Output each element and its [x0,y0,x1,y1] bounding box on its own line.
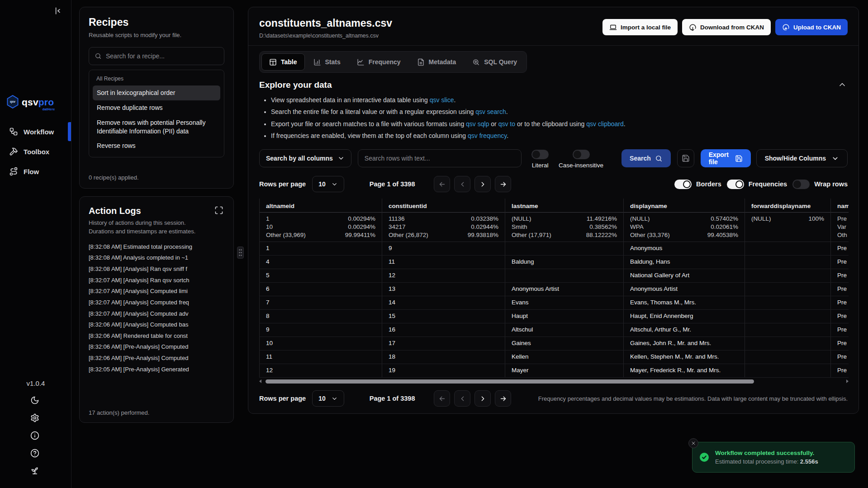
toast-message: Estimated total processing time: 2.556s [715,458,818,465]
previous-page-button[interactable] [454,176,470,192]
recipe-item-remove-duplicate-rows[interactable]: Remove duplicate rows [93,100,220,115]
table-row[interactable]: 1219MayerMayer, Frederick R., Mr. and Mr… [259,364,849,378]
first-page-button[interactable] [434,390,450,407]
previous-page-button[interactable] [454,390,470,407]
toggle-label: Case-insensitive [559,162,603,169]
page-size-select[interactable]: 10 [312,390,344,407]
search-column-selector[interactable]: Search by all columns [259,149,351,167]
table-row[interactable]: 613Anonymous ArtistAnonymous ArtistPre [259,283,849,296]
table-cell: Pre [831,283,849,296]
table-row[interactable]: 19AnonymousPre [259,242,849,256]
cell-text [745,283,830,296]
log-entry: [8:32:08 AM] Analysis completed in ~1 [89,253,224,262]
first-page-button[interactable] [434,176,450,192]
bullet-text: or to the clipboard using [515,120,586,128]
upload-to-ckan-button[interactable]: Upload to CKAN [775,19,848,35]
moon-icon[interactable] [30,396,41,407]
next-page-button[interactable] [474,390,491,407]
chevron-down-icon [831,155,839,162]
table-row[interactable]: 815HauptHaupt, Enid AnnenbergPre [259,310,849,323]
scroll-left-arrow[interactable] [259,379,261,383]
table-row[interactable]: 512National Gallery of ArtPre [259,269,849,283]
page-size-select[interactable]: 10 [312,176,344,192]
column-header-lastname[interactable]: lastname(NULL)11.49216%Smith0.38562%Othe… [505,199,624,242]
tab-stats[interactable]: Stats [306,53,348,71]
inline-link[interactable]: qsv sqlp [466,120,489,128]
table-row[interactable]: 916AltschulAltschul, Arthur G., Mr.Pre [259,323,849,337]
column-header-displayname[interactable]: displayname(NULL)0.57402%WPA0.02061%Othe… [624,199,745,242]
log-entry: [8:32:06 AM] [Pre-Analysis] Computed [89,342,224,351]
panel-resize-handle[interactable] [237,246,244,259]
bar-chart-icon [313,58,321,66]
toggle-switch-borders[interactable] [674,180,692,189]
collapse-sidebar-icon[interactable] [51,5,64,17]
column-header-altnameid[interactable]: altnameid10.00294%100.00294%Other (33,96… [259,199,382,242]
switch-knob [574,151,581,158]
cell-text [745,351,830,364]
column-header-forwarddisplayname[interactable]: forwarddisplayname(NULL)100% [745,199,831,242]
inline-link[interactable]: qsv slice [430,96,454,104]
sidebar-item-workflow[interactable]: Workflow [0,123,71,140]
recipe-item-reverse-rows[interactable]: Reverse rows [93,138,220,153]
column-header-name[interactable]: namePreVarOth [831,199,849,242]
tab-metadata[interactable]: Metadata [409,53,464,71]
toggle-switch-case-insensitive[interactable] [573,150,590,159]
toggle-switch-wrap-rows[interactable] [792,180,810,189]
last-page-button[interactable] [495,176,511,192]
tab-table[interactable]: Table [261,53,305,71]
recipe-item-remove-rows-with-potential-per[interactable]: Remove rows with potential Personally Id… [93,115,220,139]
search-input[interactable] [358,149,522,167]
frequency-line: 100.00294% [260,223,382,231]
table-cell [745,256,831,269]
table-cell [505,242,624,255]
scrollbar-thumb[interactable] [266,379,754,384]
table-cell: 19 [382,364,505,377]
table-row[interactable]: 714EvansEvans, Thomas M., Mrs.Pre [259,296,849,310]
collapse-section-icon[interactable] [838,80,848,90]
cell-text: Baldung, Hans [624,256,745,269]
scroll-right-arrow[interactable] [846,379,849,383]
app-logo: qsv qsvpro datHere [6,95,54,109]
inline-link[interactable]: qsv search [475,108,506,115]
next-page-button[interactable] [474,176,491,192]
table-row[interactable]: 1118KellenKellen, Stephen M., Mr. and Mr… [259,351,849,364]
table-row[interactable]: 411BaldungBaldung, HansPre [259,256,849,269]
frequency-percent: 99.99411% [345,232,375,238]
search-button[interactable]: Search [621,149,671,167]
recipe-search-input[interactable]: Search for a recipe... [89,47,224,65]
info-icon[interactable] [30,431,41,442]
help-icon[interactable] [30,449,41,460]
log-entry: [8:32:06 AM] [Analysis] Computed bas [89,320,224,329]
table-row[interactable]: 1017GainesGaines, John R., Mr. and Mrs.P… [259,337,849,351]
tab-sql-query[interactable]: SQL Query [465,53,525,71]
view-toggle-frequencies: Frequencies [727,180,787,189]
inline-link[interactable]: qsv clipboard [586,120,624,128]
horizontal-scrollbar[interactable] [259,379,849,384]
export-file-button[interactable]: Export file [701,149,751,167]
gear-icon[interactable] [30,413,41,424]
toggle-switch-frequencies[interactable] [727,180,744,189]
import-a-local-file-button[interactable]: Import a local file [602,19,678,35]
file-title: constituents_altnames.csv [259,17,392,29]
column-header-constituentid[interactable]: constituentid111360.03238%342170.02944%O… [382,199,505,242]
tab-frequency[interactable]: Frequency [349,53,408,71]
toast-close-icon[interactable] [688,438,698,448]
expand-logs-icon[interactable] [214,206,224,216]
show-hide-columns-button[interactable]: Show/Hide Columns [756,149,848,167]
inline-link[interactable]: qsv to [498,120,515,128]
tab-label: Stats [325,58,341,66]
sidebar-item-flow[interactable]: Flow [0,163,71,180]
sidebar-item-toolbox[interactable]: Toolbox [0,143,71,160]
recipe-item-sort-in-lexicographical-order[interactable]: Sort in lexicographical order [93,85,220,100]
frequency-percent: 88.12222% [586,232,617,238]
table-cell: 13 [382,283,505,296]
frequency-percent: 0.02061% [711,223,738,230]
save-search-button[interactable] [677,149,694,167]
frequency-value: (NULL) [751,215,771,222]
last-page-button[interactable] [495,390,511,407]
sprout-icon[interactable] [30,466,41,477]
cell-text: Pre [831,323,849,336]
toggle-switch-literal[interactable] [531,150,549,159]
inline-link[interactable]: qsv frequency [468,132,507,139]
download-from-ckan-button[interactable]: Download from CKAN [682,19,771,35]
